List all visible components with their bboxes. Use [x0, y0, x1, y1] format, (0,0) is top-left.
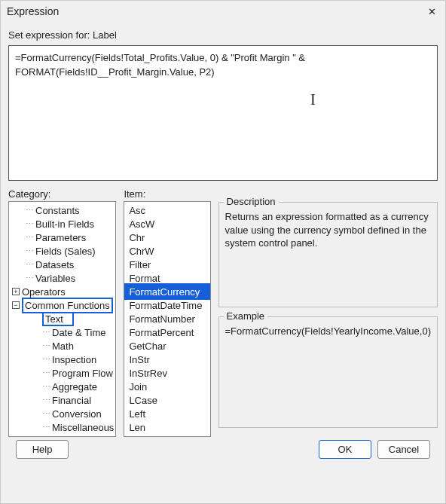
- tree-item-builtin-fields[interactable]: ⋯Built-in Fields: [9, 217, 115, 231]
- list-item[interactable]: GetChar: [124, 339, 209, 353]
- item-label: Item:: [124, 188, 210, 200]
- window-title: Expression: [7, 5, 59, 17]
- tree-item-miscellaneous[interactable]: ⋯Miscellaneous: [9, 420, 115, 434]
- description-legend: Description: [224, 196, 279, 207]
- list-item[interactable]: Left: [124, 407, 209, 420]
- expression-editor[interactable]: =FormatCurrency(Fields!Total_Profits.Val…: [8, 45, 438, 181]
- tree-branch-icon: ⋯: [26, 233, 33, 243]
- tree-item-program-flow[interactable]: ⋯Program Flow: [9, 366, 115, 380]
- list-item[interactable]: InStr: [124, 353, 209, 366]
- list-item[interactable]: ChrW: [124, 244, 209, 258]
- tree-branch-icon: ⋯: [42, 382, 50, 392]
- tree-item-variables[interactable]: ⋯Variables: [9, 271, 115, 285]
- list-item[interactable]: Asc: [124, 203, 209, 217]
- item-column: Item: Asc AscW Chr ChrW Filter Format Fo…: [124, 188, 210, 437]
- list-item[interactable]: InStrRev: [124, 366, 209, 380]
- middle-panels: Category: ⋯Constants ⋯Built-in Fields ⋯P…: [8, 188, 438, 437]
- item-list[interactable]: Asc AscW Chr ChrW Filter Format FormatCu…: [124, 201, 210, 437]
- example-text: =FormatCurrency(Fields!YearlyIncome.Valu…: [225, 325, 431, 338]
- tree-item-parameters[interactable]: ⋯Parameters: [9, 231, 115, 244]
- tree-item-constants[interactable]: ⋯Constants: [9, 203, 115, 217]
- category-column: Category: ⋯Constants ⋯Built-in Fields ⋯P…: [8, 188, 116, 437]
- tree-branch-icon: ⋯: [26, 246, 33, 256]
- description-group: Description Returns an expression format…: [218, 202, 438, 307]
- list-item[interactable]: FormatPercent: [124, 325, 209, 339]
- list-item[interactable]: Chr: [124, 231, 209, 244]
- tree-item-datasets[interactable]: ⋯Datasets: [9, 258, 115, 271]
- example-legend: Example: [224, 310, 268, 322]
- tree-branch-icon: ⋯: [42, 396, 50, 405]
- tree-branch-icon: ⋯: [26, 206, 33, 215]
- expand-icon[interactable]: +: [12, 288, 20, 295]
- dialog-footer: Help OK Cancel: [8, 437, 438, 462]
- list-item[interactable]: Filter: [124, 258, 209, 271]
- category-label: Category:: [8, 188, 116, 200]
- tree-branch-icon: ⋯: [42, 328, 50, 338]
- tree-branch-icon: ⋯: [42, 423, 50, 432]
- expression-text: =FormatCurrency(Fields!Total_Profits.Val…: [15, 52, 305, 78]
- tree-item-math[interactable]: ⋯Math: [9, 339, 115, 353]
- list-item[interactable]: FormatDateTime: [124, 298, 209, 312]
- tree-item-text[interactable]: Text: [9, 312, 115, 325]
- ok-button[interactable]: OK: [319, 440, 371, 459]
- category-tree[interactable]: ⋯Constants ⋯Built-in Fields ⋯Parameters …: [8, 201, 116, 437]
- list-item[interactable]: FormatNumber: [124, 312, 209, 325]
- collapse-icon[interactable]: −: [12, 301, 20, 309]
- tree-branch-icon: ⋯: [26, 260, 33, 270]
- list-item[interactable]: AscW: [124, 217, 209, 231]
- tree-branch-icon: ⋯: [42, 368, 50, 378]
- list-item[interactable]: Format: [124, 271, 209, 285]
- list-item[interactable]: Len: [124, 420, 209, 434]
- list-item[interactable]: Join: [124, 380, 209, 393]
- example-group: Example =FormatCurrency(Fields!YearlyInc…: [218, 316, 438, 428]
- list-item-selected[interactable]: FormatCurrency: [124, 285, 209, 298]
- info-column: Description Returns an expression format…: [218, 188, 438, 437]
- tree-item-common-functions[interactable]: −Common Functions: [9, 298, 115, 312]
- description-text: Returns an expression formatted as a cur…: [225, 210, 431, 250]
- tree-item-conversion[interactable]: ⋯Conversion: [9, 407, 115, 420]
- dialog-content: Set expression for: Label =FormatCurrenc…: [1, 22, 445, 503]
- tree-item-financial[interactable]: ⋯Financial: [9, 393, 115, 407]
- tree-item-operators[interactable]: +Operators: [9, 285, 115, 298]
- tree-item-fields-sales[interactable]: ⋯Fields (Sales): [9, 244, 115, 258]
- tree-item-inspection[interactable]: ⋯Inspection: [9, 353, 115, 366]
- close-button[interactable]: ✕: [424, 4, 439, 19]
- tree-branch-icon: ⋯: [42, 355, 50, 365]
- tree-item-aggregate[interactable]: ⋯Aggregate: [9, 380, 115, 393]
- tree-branch-icon: ⋯: [26, 273, 33, 283]
- cancel-button[interactable]: Cancel: [377, 440, 430, 459]
- tree-branch-icon: ⋯: [42, 341, 50, 351]
- tree-branch-icon: ⋯: [42, 409, 50, 419]
- list-item[interactable]: LCase: [124, 393, 209, 407]
- tree-item-date-time[interactable]: ⋯Date & Time: [9, 325, 115, 339]
- text-cursor-icon: I: [310, 90, 316, 110]
- set-expression-label: Set expression for: Label: [8, 29, 438, 41]
- tree-branch-icon: ⋯: [26, 219, 33, 229]
- title-bar: Expression ✕: [1, 1, 445, 22]
- close-icon: ✕: [428, 6, 436, 17]
- help-button[interactable]: Help: [16, 440, 69, 459]
